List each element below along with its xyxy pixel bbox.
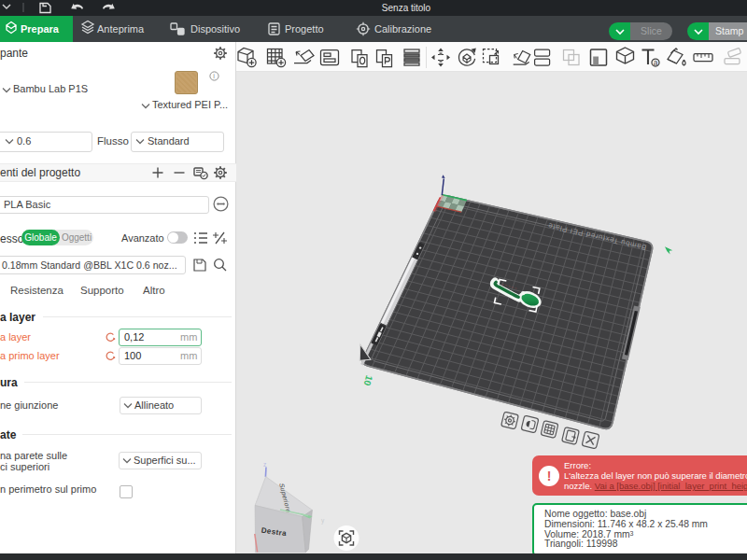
svg-text:z: z bbox=[263, 461, 266, 468]
svg-text:y: y bbox=[321, 517, 325, 525]
svg-text:a: a bbox=[654, 58, 658, 67]
svg-text:i: i bbox=[213, 72, 215, 80]
svg-text:10: 10 bbox=[361, 374, 374, 387]
